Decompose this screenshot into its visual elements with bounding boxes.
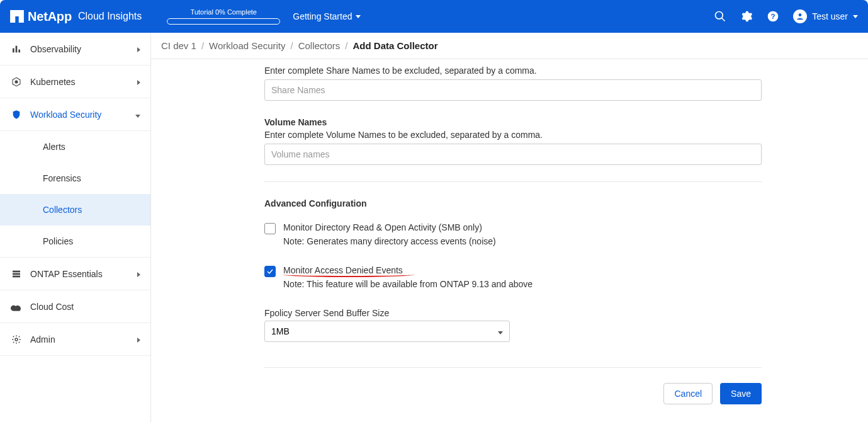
bar-chart-icon [10,44,23,54]
svg-rect-6 [16,45,18,52]
svg-point-4 [799,13,802,16]
breadcrumb-separator: / [345,40,347,51]
sidebar-sub-label: Alerts [43,142,65,152]
breadcrumb-page[interactable]: Collectors [298,40,341,51]
search-icon[interactable] [714,10,726,23]
sidebar-item-ontap-essentials[interactable]: ONTAP Essentials [0,258,150,290]
breadcrumb: CI dev 1 / Workload Security / Collector… [151,33,868,59]
svg-line-1 [722,18,725,21]
monitor-directory-checkbox[interactable] [264,223,276,234]
monitor-directory-note: Note: Generates many directory access ev… [283,236,496,246]
advanced-config-title: Advanced Configuration [264,198,762,208]
sidebar-sub-policies[interactable]: Policies [0,225,150,257]
monitor-access-denied-checkbox[interactable] [264,266,276,277]
sidebar-sub-label: Collectors [43,205,82,215]
app-header: NetApp Cloud Insights Tutorial 0% Comple… [0,0,868,33]
svg-rect-7 [18,49,20,52]
section-divider [264,181,762,182]
svg-rect-10 [13,270,20,272]
share-names-input[interactable] [264,79,762,101]
form-area: Enter complete Share Names to be exclude… [151,59,868,422]
user-menu[interactable]: Test user [793,9,858,23]
chevron-right-icon [137,334,140,345]
save-button[interactable]: Save [720,383,762,404]
kubernetes-icon [10,77,23,87]
brand-name: NetApp [28,9,72,24]
sidebar-sub-label: Forensics [43,173,81,183]
breadcrumb-separator: / [201,40,204,51]
fpolicy-buffer-select[interactable]: 1MB [264,321,510,342]
sidebar: Observability Kubernetes Workload Securi… [0,33,151,422]
shield-icon [10,110,23,120]
tutorial-progress-bar [167,18,280,25]
sidebar-sub-collectors[interactable]: Collectors [0,194,150,225]
svg-point-9 [15,81,18,83]
breadcrumb-root[interactable]: CI dev 1 [161,40,196,51]
cancel-button[interactable]: Cancel [663,383,713,404]
gear-icon[interactable] [740,10,753,23]
fpolicy-buffer-value: 1MB [271,326,290,336]
brand-logo: NetApp Cloud Insights [10,9,142,24]
sidebar-sub-label: Policies [43,236,73,246]
product-name: Cloud Insights [78,11,142,22]
sidebar-sub-alerts[interactable]: Alerts [0,131,150,163]
sidebar-item-label: Kubernetes [30,77,76,87]
volume-names-input[interactable] [264,144,762,165]
svg-rect-5 [13,48,14,52]
breadcrumb-separator: / [290,40,293,51]
sidebar-item-label: Workload Security [30,110,101,120]
share-names-help: Enter complete Share Names to be exclude… [264,66,762,76]
volume-names-help: Enter complete Volume Names to be exclud… [264,130,762,140]
volume-names-label: Volume Names [264,117,762,127]
monitor-directory-label: Monitor Directory Read & Open Activity (… [283,222,496,232]
chevron-down-icon [135,110,140,120]
annotation-underline: Monitor Access Denied Events [283,265,403,275]
chevron-down-icon [853,15,858,18]
admin-gear-icon [10,334,23,345]
sidebar-item-kubernetes[interactable]: Kubernetes [0,66,150,98]
sidebar-item-label: Admin [30,334,55,345]
chevron-down-icon [356,15,361,18]
cloud-icon [10,302,23,311]
svg-rect-12 [13,275,20,277]
sidebar-item-label: ONTAP Essentials [30,269,103,279]
svg-point-13 [15,338,18,341]
getting-started-label: Getting Started [293,11,352,21]
sidebar-item-workload-security[interactable]: Workload Security [0,98,150,131]
sidebar-item-label: Observability [30,44,81,54]
getting-started-dropdown[interactable]: Getting Started [293,11,361,21]
chevron-right-icon [137,77,140,87]
svg-point-0 [716,12,723,20]
sidebar-item-cloud-cost[interactable]: Cloud Cost [0,290,150,323]
breadcrumb-section[interactable]: Workload Security [209,40,285,51]
sidebar-item-observability[interactable]: Observability [0,33,150,66]
svg-text:?: ? [771,12,775,20]
netapp-logo-icon [10,10,24,23]
tutorial-progress-label: Tutorial 0% Complete [191,8,257,16]
fpolicy-label: Fpolicy Server Send Buffer Size [264,308,762,318]
tutorial-progress[interactable]: Tutorial 0% Complete [167,8,280,25]
sidebar-sub-forensics[interactable]: Forensics [0,163,150,194]
form-footer: Cancel Save [264,367,762,404]
monitor-access-denied-note: Note: This feature will be available fro… [283,279,533,289]
help-icon[interactable]: ? [767,10,779,23]
sidebar-item-label: Cloud Cost [30,302,74,312]
monitor-access-denied-label: Monitor Access Denied Events [283,265,533,275]
chevron-down-icon [498,326,503,336]
chevron-right-icon [137,44,140,54]
storage-icon [10,269,23,279]
chevron-right-icon [137,269,140,279]
user-name: Test user [812,11,848,21]
avatar-icon [793,9,807,23]
svg-rect-11 [13,273,20,275]
breadcrumb-current: Add Data Collector [353,40,438,51]
sidebar-item-admin[interactable]: Admin [0,323,150,356]
